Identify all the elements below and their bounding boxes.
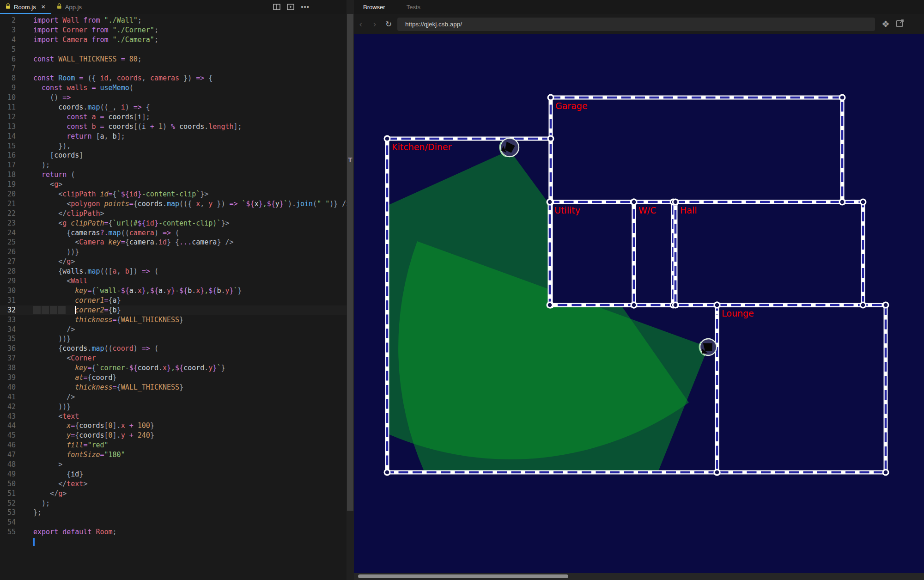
line-number: 35 xyxy=(0,334,16,344)
corner-handle-center xyxy=(861,200,865,204)
line-number: 24 xyxy=(0,228,16,238)
responsive-preview-icon[interactable]: ❖ xyxy=(881,18,890,30)
corner-handle-center xyxy=(861,303,865,307)
line-number: 21 xyxy=(0,199,16,209)
line-number: 36 xyxy=(0,344,16,354)
code-line: 18 return ( xyxy=(0,170,346,180)
more-actions-icon[interactable]: ••• xyxy=(301,0,310,14)
code-line: 15 }), xyxy=(0,141,346,151)
tab-browser[interactable]: Browser xyxy=(363,4,385,11)
line-number: 14 xyxy=(0,132,16,141)
room-label-Hall: Hall xyxy=(680,205,697,215)
line-number: 55 xyxy=(0,527,16,537)
code-line: 55export default Room; xyxy=(0,527,346,537)
code-line: 22 </clipPath> xyxy=(0,209,346,219)
line-number: 27 xyxy=(0,257,16,267)
floorplan-svg: GarageKitchen/DinerUtilityW/CHallLounge xyxy=(354,34,924,573)
tab-label: App.js xyxy=(65,4,82,11)
code-line: 5 xyxy=(0,45,346,55)
browser-hscrollbar-thumb[interactable] xyxy=(358,574,568,578)
scrollbar-marker: T xyxy=(346,156,354,163)
line-number: 13 xyxy=(0,122,16,132)
indent-whitespace-block xyxy=(33,306,41,314)
code-line: 31 corner1={a} xyxy=(0,296,346,305)
code-line: 3import Corner from "./Corner"; xyxy=(0,25,346,35)
code-line: 28 {walls.map(([a, b]) => ( xyxy=(0,267,346,276)
indent-whitespace-block xyxy=(42,306,49,314)
corner-handle-center xyxy=(840,200,845,204)
corner-handle-center xyxy=(549,96,553,100)
line-number: 15 xyxy=(0,141,16,151)
code-line: 9 const walls = useMemo( xyxy=(0,83,346,93)
code-line: 19 <g> xyxy=(0,180,346,189)
code-line: 25 <Camera key={camera.id} {...camera} /… xyxy=(0,238,346,247)
room-label-Kitchen/Diner: Kitchen/Diner xyxy=(392,142,451,152)
room-label-Utility: Utility xyxy=(554,205,580,215)
url-bar[interactable]: https://qjekj.csb.app/ xyxy=(397,18,875,31)
code-line: 43 <text xyxy=(0,412,346,421)
code-line: 34 /> xyxy=(0,325,346,335)
line-number: 46 xyxy=(0,440,16,450)
code-line: 8const Room = ({ id, coords, cameras }) … xyxy=(0,73,346,83)
line-number: 30 xyxy=(0,286,16,296)
browser-hscrollbar[interactable] xyxy=(354,573,924,580)
line-number: 39 xyxy=(0,373,16,383)
code-line: 4import Camera from "./Camera"; xyxy=(0,35,346,45)
tab-room-js[interactable]: Room.js ✕ xyxy=(0,0,51,14)
line-number: 18 xyxy=(0,170,16,180)
browser-nav-bar: ‹ › ↻ https://qjekj.csb.app/ ❖ xyxy=(354,14,924,34)
line-number: 9 xyxy=(0,83,16,93)
line-number: 33 xyxy=(0,315,16,325)
open-external-icon[interactable] xyxy=(896,19,905,29)
forward-icon[interactable]: › xyxy=(368,19,382,29)
code-line: 45 y={coords[0].y + 240} xyxy=(0,431,346,440)
line-number: 12 xyxy=(0,112,16,122)
corner-handle-small[interactable] xyxy=(715,311,719,314)
corner-handle-center xyxy=(549,137,553,141)
code-line: 50 </text> xyxy=(0,479,346,489)
code-line: 39 at={coord} xyxy=(0,373,346,383)
code-line: 14 return [a, b]; xyxy=(0,132,346,141)
line-number: 51 xyxy=(0,489,16,499)
code-line: 38 key={`corner-${coord.x},${coord.y}`} xyxy=(0,363,346,373)
corner-handle-center xyxy=(840,96,845,100)
browser-viewport: GarageKitchen/DinerUtilityW/CHallLounge xyxy=(354,34,924,573)
line-number: 47 xyxy=(0,450,16,460)
tab-label: Room.js xyxy=(14,4,36,11)
corner-handle-center xyxy=(385,137,389,141)
code-line: 24 {cameras?.map((camera) => ( xyxy=(0,228,346,238)
line-number: 20 xyxy=(0,189,16,199)
code-line: 7 xyxy=(0,64,346,73)
codesandbox-window: Room.js ✕ App.js ••• 2import Wall from "… xyxy=(0,0,924,580)
tab-app-js[interactable]: App.js xyxy=(51,0,87,14)
editor-scrollbar[interactable]: T xyxy=(346,0,354,580)
code-line: 30 key={`wall-${a.x},${a.y}-${b.x},${b.y… xyxy=(0,286,346,296)
corner-handle-center xyxy=(385,470,389,475)
code-line: 36 {coords.map((coord) => ( xyxy=(0,344,346,354)
code-line: 46 fill="red" xyxy=(0,440,346,450)
tab-tests[interactable]: Tests xyxy=(407,4,420,11)
code-editor[interactable]: 2import Wall from "./Wall";3import Corne… xyxy=(0,14,346,547)
open-preview-icon[interactable] xyxy=(287,4,294,10)
back-icon[interactable]: ‹ xyxy=(354,19,368,29)
line-number: 49 xyxy=(0,470,16,479)
corner-handle-center xyxy=(632,200,636,204)
code-line: 42 ))} xyxy=(0,402,346,412)
code-line: 51 </g> xyxy=(0,489,346,499)
lock-icon xyxy=(6,3,11,11)
code-line: 29 <Wall xyxy=(0,276,346,286)
line-number: 6 xyxy=(0,55,16,64)
editor-scrollbar-thumb[interactable] xyxy=(347,14,353,511)
text-cursor xyxy=(75,306,76,314)
code-line: 52 ); xyxy=(0,499,346,508)
line-number: 53 xyxy=(0,508,16,518)
code-line: 17 ); xyxy=(0,160,346,170)
split-view-icon[interactable] xyxy=(273,4,280,10)
refresh-icon[interactable]: ↻ xyxy=(382,19,395,29)
secondary-caret xyxy=(33,538,35,546)
code-line: 41 /> xyxy=(0,392,346,402)
close-tab-icon[interactable]: ✕ xyxy=(41,4,46,10)
corner-handle-center xyxy=(674,200,678,204)
line-number: 38 xyxy=(0,363,16,373)
line-number: 41 xyxy=(0,392,16,402)
